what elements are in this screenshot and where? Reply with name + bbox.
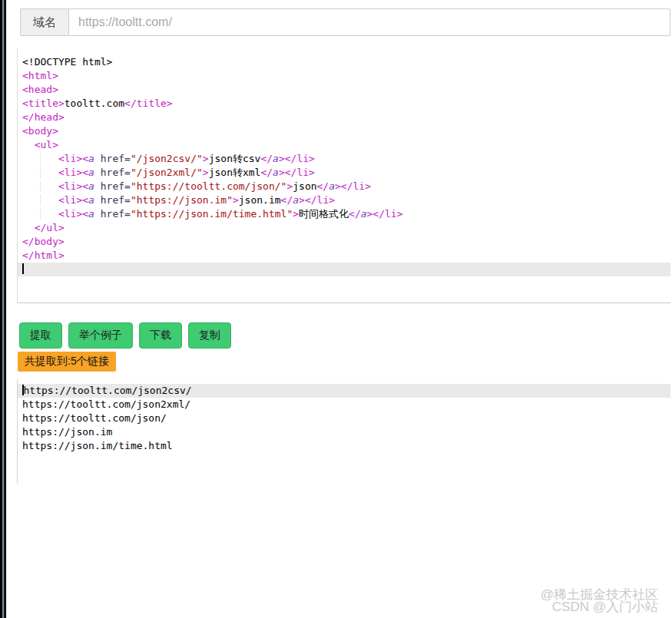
result-line: https://json.im (18, 425, 670, 439)
code-line: <li><a href="/json2csv/">json转csv</a></l… (18, 152, 670, 166)
code-line: <ul> (18, 138, 670, 152)
example-button[interactable]: 举个例子 (68, 322, 133, 349)
watermark-line-1: @稀土掘金技术社区 (541, 589, 658, 601)
download-button[interactable]: 下载 (139, 322, 182, 349)
extract-button[interactable]: 提取 (19, 322, 62, 349)
code-line: </head> (18, 111, 670, 124)
code-line: <title>tooltt.com</title> (18, 97, 670, 111)
result-line: https://tooltt.com/json2xml/ (18, 398, 670, 411)
result-line: https://tooltt.com/json2csv/ (18, 384, 670, 398)
code-line: <li><a href="/json2xml/">json转xml</a></l… (18, 166, 670, 180)
result-line: https://json.im/time.html (18, 439, 670, 453)
code-line (18, 263, 670, 276)
code-line: <li><a href="https://json.im/time.html">… (18, 207, 670, 221)
toolbar: 提取举个例子下载复制 (19, 322, 670, 349)
watermark-line-2: CSDN @入门小站 (541, 601, 658, 613)
result-line: https://tooltt.com/json/ (18, 411, 670, 425)
code-line: <!DOCTYPE html> (18, 55, 670, 69)
code-line: <li><a href="https://tooltt.com/json/">j… (18, 180, 670, 193)
code-line: <body> (18, 124, 670, 138)
results-editor[interactable]: https://tooltt.com/json2csv/https://tool… (17, 379, 670, 484)
status-badge: 共提取到:5个链接 (18, 352, 116, 372)
code-editor[interactable]: <!DOCTYPE html><html><head><title>tooltt… (17, 48, 670, 303)
code-line: </ul> (18, 221, 670, 235)
screen-edge-strip (0, 0, 6, 618)
code-line: <head> (18, 83, 670, 97)
watermark: @稀土掘金技术社区 CSDN @入门小站 (541, 589, 658, 613)
domain-input-group: 域名 (20, 8, 670, 36)
domain-input[interactable] (68, 8, 670, 36)
copy-button[interactable]: 复制 (188, 322, 231, 349)
code-line: <li><a href="https://json.im">json.im</a… (18, 193, 670, 207)
code-line: <html> (18, 69, 670, 83)
code-line: </body> (18, 235, 670, 249)
page: 域名 <!DOCTYPE html><html><head><title>too… (17, 0, 670, 484)
text-cursor (22, 263, 24, 274)
domain-label: 域名 (20, 8, 68, 36)
code-line: </html> (18, 249, 670, 263)
